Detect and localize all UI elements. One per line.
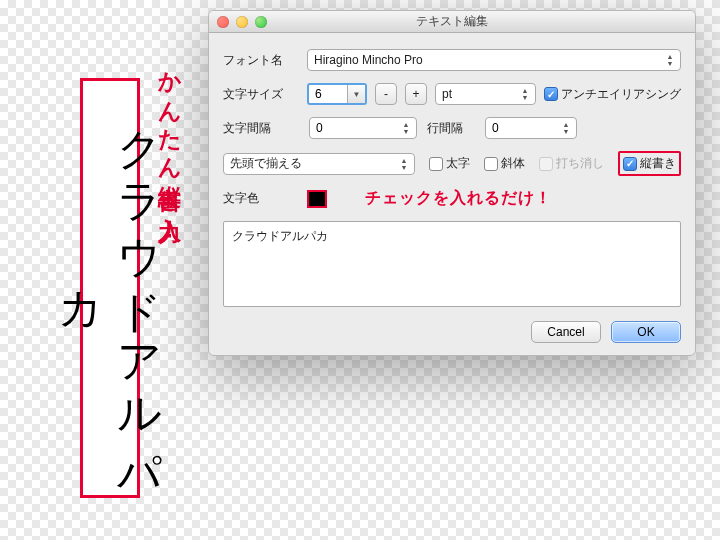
updown-icon: ▲▼ <box>396 155 412 173</box>
color-label: 文字色 <box>223 190 299 207</box>
updown-icon: ▲▼ <box>662 51 678 69</box>
bold-label: 太字 <box>446 155 470 172</box>
strikethrough-checkbox: 打ち消し <box>539 155 604 172</box>
size-label: 文字サイズ <box>223 86 299 103</box>
vertical-writing-checkbox[interactable]: 縦書き <box>623 155 676 172</box>
dialog-title: テキスト編集 <box>416 13 488 30</box>
unit-select[interactable]: pt ▲▼ <box>435 83 536 105</box>
vertical-writing-label: 縦書き <box>640 155 676 172</box>
updown-icon: ▲▼ <box>517 85 533 103</box>
align-value: 先頭で揃える <box>230 155 302 172</box>
char-spacing-field[interactable] <box>316 121 396 135</box>
annotation-inline: チェックを入れるだけ！ <box>365 188 552 209</box>
align-select[interactable]: 先頭で揃える ▲▼ <box>223 153 415 175</box>
cancel-button[interactable]: Cancel <box>531 321 601 343</box>
ok-button[interactable]: OK <box>611 321 681 343</box>
italic-label: 斜体 <box>501 155 525 172</box>
antialias-checkbox[interactable]: アンチエイリアシング <box>544 86 681 103</box>
italic-checkbox[interactable]: 斜体 <box>484 155 525 172</box>
checkbox-icon <box>484 157 498 171</box>
stepper-icon[interactable]: ▲▼ <box>558 119 574 137</box>
line-spacing-field[interactable] <box>492 121 556 135</box>
close-icon[interactable] <box>217 16 229 28</box>
bold-checkbox[interactable]: 太字 <box>429 155 470 172</box>
font-select-value: Hiragino Mincho Pro <box>314 53 423 67</box>
minimize-icon[interactable] <box>236 16 248 28</box>
char-spacing-label: 文字間隔 <box>223 120 299 137</box>
checkbox-icon <box>544 87 558 101</box>
size-input[interactable]: ▼ <box>307 83 367 105</box>
dropdown-icon[interactable]: ▼ <box>347 85 365 103</box>
size-decrease-button[interactable]: - <box>375 83 397 105</box>
line-spacing-label: 行間隔 <box>427 120 475 137</box>
color-swatch[interactable] <box>307 190 327 208</box>
char-spacing-input[interactable]: ▲▼ <box>309 117 417 139</box>
strikethrough-label: 打ち消し <box>556 155 604 172</box>
canvas-vertical-text[interactable]: クラウドアルパカ <box>80 78 140 498</box>
size-field[interactable] <box>315 87 343 101</box>
annotation-vertical: かんたん縦書き入力！ <box>155 56 186 229</box>
dialog-wrapper: テキスト編集 フォント名 Hiragino Mincho Pro ▲▼ 文字サイ… <box>208 10 696 356</box>
antialias-label: アンチエイリアシング <box>561 86 681 103</box>
titlebar[interactable]: テキスト編集 <box>209 11 695 33</box>
zoom-icon[interactable] <box>255 16 267 28</box>
vertical-writing-highlight: 縦書き <box>618 151 681 176</box>
stepper-icon[interactable]: ▲▼ <box>398 119 414 137</box>
text-edit-dialog: テキスト編集 フォント名 Hiragino Mincho Pro ▲▼ 文字サイ… <box>208 10 696 356</box>
dialog-body: フォント名 Hiragino Mincho Pro ▲▼ 文字サイズ ▼ - +… <box>209 33 695 355</box>
checkbox-icon <box>539 157 553 171</box>
line-spacing-input[interactable]: ▲▼ <box>485 117 577 139</box>
size-increase-button[interactable]: + <box>405 83 427 105</box>
unit-value: pt <box>442 87 452 101</box>
checkbox-icon <box>429 157 443 171</box>
font-select[interactable]: Hiragino Mincho Pro ▲▼ <box>307 49 681 71</box>
checkbox-icon <box>623 157 637 171</box>
text-content-area[interactable]: クラウドアルパカ <box>223 221 681 307</box>
traffic-lights <box>217 16 267 28</box>
font-label: フォント名 <box>223 52 299 69</box>
